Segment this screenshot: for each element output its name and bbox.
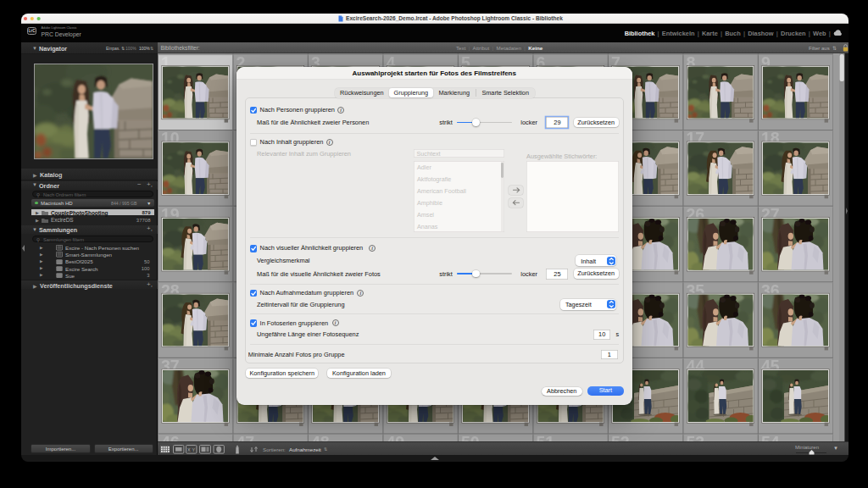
svg-text:48: 48: [311, 433, 330, 441]
svg-text:54: 54: [761, 433, 780, 441]
svg-text:Y: Y: [192, 447, 196, 452]
svg-text:50: 50: [461, 433, 480, 441]
svg-text:47: 47: [236, 433, 254, 441]
svg-text:53: 53: [686, 433, 704, 441]
svg-text:51: 51: [536, 433, 554, 441]
svg-text:X: X: [187, 447, 191, 452]
svg-text:52: 52: [611, 433, 630, 441]
svg-text:46: 46: [161, 433, 180, 441]
svg-text:49: 49: [386, 433, 404, 441]
